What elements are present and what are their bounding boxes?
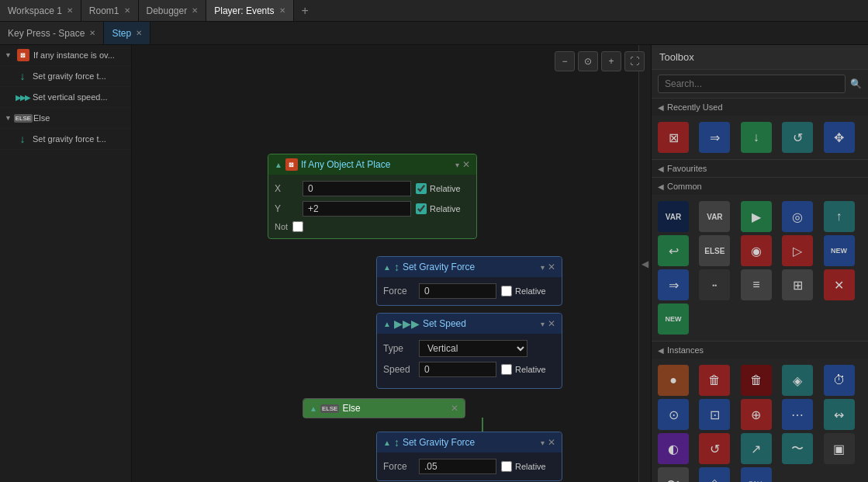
tool-set-position[interactable]: ✥: [824, 122, 855, 153]
gravity-block-2-chevron[interactable]: ▾: [541, 439, 545, 447]
gravity-block-2-arrow[interactable]: ▲: [383, 439, 391, 447]
collapse-arrow-else[interactable]: ▼: [5, 114, 12, 122]
tool-move-forward[interactable]: ⇒: [699, 122, 730, 153]
tool-instance-id[interactable]: ⊙: [658, 399, 689, 430]
zoom-reset-button[interactable]: ⊙: [578, 51, 598, 71]
toolbox-search-input[interactable]: [658, 75, 846, 93]
tool-comment[interactable]: ≡: [741, 269, 772, 300]
tool-else[interactable]: ELSE: [699, 235, 730, 266]
speed-block-chevron[interactable]: ▾: [541, 320, 545, 328]
speed-type-select[interactable]: Horizontal Vertical: [419, 340, 527, 357]
tab-debugger[interactable]: Debugger ✕: [139, 0, 207, 21]
tool-instance-wrap[interactable]: ↺: [699, 433, 730, 464]
event-tab-step-close[interactable]: ✕: [136, 29, 142, 37]
left-item-if[interactable]: ▼ ⊠ If any instance is ov...: [0, 45, 131, 66]
gravity-block-1-arrow[interactable]: ▲: [383, 263, 391, 272]
tool-instance-find[interactable]: ◈: [782, 365, 813, 396]
speed-block-close[interactable]: ✕: [548, 318, 555, 329]
gravity-block-2-close[interactable]: ✕: [548, 437, 555, 448]
tab-debugger-close[interactable]: ✕: [192, 6, 198, 15]
tab-add-button[interactable]: +: [294, 4, 316, 18]
left-item-speed[interactable]: ▶▶▶ Set vertical speed...: [0, 87, 131, 108]
else-block-arrow[interactable]: ▲: [310, 404, 317, 413]
else-block-close[interactable]: ✕: [451, 403, 458, 414]
gravity-1-checkbox[interactable]: [501, 286, 512, 296]
tab-player-events[interactable]: Player: Events ✕: [206, 0, 293, 21]
tool-instance-anim[interactable]: 〜: [658, 467, 689, 482]
tool-target[interactable]: ◎: [782, 201, 813, 232]
tab-room1[interactable]: Room1 ✕: [81, 0, 139, 21]
tool-call-event[interactable]: CALL: [741, 467, 772, 482]
tool-play[interactable]: ▷: [782, 235, 813, 266]
zoom-minus-button[interactable]: −: [555, 51, 575, 71]
left-item-gravity1[interactable]: ↓ Set gravity force t...: [0, 66, 131, 87]
gravity-block-1-close[interactable]: ✕: [548, 262, 555, 272]
if-y-checkbox[interactable]: [416, 203, 427, 214]
else-block-header[interactable]: ▲ ELSE Else ✕: [303, 399, 465, 418]
gravity-2-force-input[interactable]: [419, 459, 496, 474]
right-collapse-button[interactable]: ◀: [638, 45, 651, 482]
toolbox-section-favourites-header[interactable]: ◀ Favourites: [652, 160, 868, 177]
tool-var-get[interactable]: VAR: [699, 201, 730, 232]
gravity-2-checkbox[interactable]: [501, 461, 512, 472]
tool-minimap[interactable]: ▪▪: [699, 269, 730, 300]
tool-instance-destroy[interactable]: 🗑: [699, 365, 730, 396]
tool-instance-destroy-all[interactable]: 🗑: [741, 365, 772, 396]
tool-instance-var[interactable]: ◇: [699, 467, 730, 482]
gravity-block-1-header[interactable]: ▲ ↕ Set Gravity Force ▾ ✕: [377, 257, 562, 277]
tool-collision[interactable]: ⊠: [658, 122, 689, 153]
tool-instance-move[interactable]: ↭: [824, 399, 855, 430]
tool-instance-number[interactable]: ⋯: [782, 399, 813, 430]
tab-player-events-close[interactable]: ✕: [279, 6, 285, 15]
zoom-plus-button[interactable]: +: [601, 51, 621, 71]
tool-instance-pac[interactable]: ◐: [658, 433, 689, 464]
toolbox-section-instances-header[interactable]: ◀ Instances: [652, 342, 868, 359]
tool-set-gravity-recent[interactable]: ↓: [741, 122, 772, 153]
speed-checkbox[interactable]: [501, 364, 512, 375]
collapse-arrow-if[interactable]: ▼: [5, 51, 12, 59]
toolbox-section-recently-header[interactable]: ◀ Recently Used: [652, 99, 868, 116]
tool-instance-path[interactable]: 〜: [782, 433, 813, 464]
tool-instance-exists[interactable]: ⊕: [741, 399, 772, 430]
gravity-1-force-input[interactable]: [419, 283, 496, 299]
tool-alarm[interactable]: ⏱: [824, 365, 855, 396]
event-tab-keypress[interactable]: Key Press - Space ✕: [0, 22, 104, 44]
tool-set-direction[interactable]: ↺: [782, 122, 813, 153]
tool-var-set[interactable]: VAR: [658, 201, 689, 232]
fullscreen-button[interactable]: ⛶: [624, 51, 645, 71]
tool-goto[interactable]: ⇒: [658, 269, 689, 300]
if-block-arrow[interactable]: ▲: [275, 161, 282, 169]
if-not-checkbox[interactable]: [292, 221, 303, 232]
if-y-input[interactable]: [303, 201, 411, 217]
event-tab-keypress-close[interactable]: ✕: [89, 29, 95, 37]
left-item-gravity2[interactable]: ↓ Set gravity force t...: [0, 129, 131, 150]
speed-block-header[interactable]: ▲ ▶▶▶ Set Speed ▾ ✕: [377, 314, 562, 334]
if-x-checkbox[interactable]: [416, 183, 427, 194]
tool-new2[interactable]: NEW: [658, 303, 689, 335]
tool-stop[interactable]: ◉: [741, 235, 772, 266]
tool-move-up[interactable]: ↑: [824, 201, 855, 232]
tool-group[interactable]: ⊞: [782, 269, 813, 300]
gravity-block-2-header[interactable]: ▲ ↕ Set Gravity Force ▾ ✕: [377, 432, 562, 453]
gravity-block-1-chevron[interactable]: ▾: [541, 263, 545, 272]
if-x-input[interactable]: [303, 181, 411, 196]
tool-turn[interactable]: ↩: [658, 235, 689, 266]
event-tab-step[interactable]: Step ✕: [104, 22, 150, 44]
tool-instance-create[interactable]: ●: [658, 365, 689, 396]
speed-block-arrow[interactable]: ▲: [383, 320, 391, 328]
tool-new-obj[interactable]: NEW: [824, 235, 855, 266]
tool-instance-place[interactable]: ⊡: [699, 399, 730, 430]
if-block-header[interactable]: ▲ ⊠ If Any Object At Place ▾ ✕: [268, 154, 476, 175]
tab-workspace1[interactable]: Workspace 1 ✕: [0, 0, 81, 21]
left-item-else[interactable]: ▼ ELSE Else: [0, 108, 131, 129]
tool-instance-jump[interactable]: ↗: [741, 433, 772, 464]
tool-instance-sprite[interactable]: ▣: [824, 433, 855, 464]
tab-room1-close[interactable]: ✕: [124, 6, 130, 15]
toolbox-section-common-header[interactable]: ◀ Common: [652, 178, 868, 195]
tool-destroy[interactable]: ✕: [824, 269, 855, 300]
if-block-chevron[interactable]: ▾: [455, 161, 459, 169]
tab-workspace1-close[interactable]: ✕: [67, 6, 73, 15]
if-block-close[interactable]: ✕: [462, 159, 470, 170]
tool-execute[interactable]: ▶: [741, 201, 772, 232]
speed-value-input[interactable]: [419, 362, 496, 377]
